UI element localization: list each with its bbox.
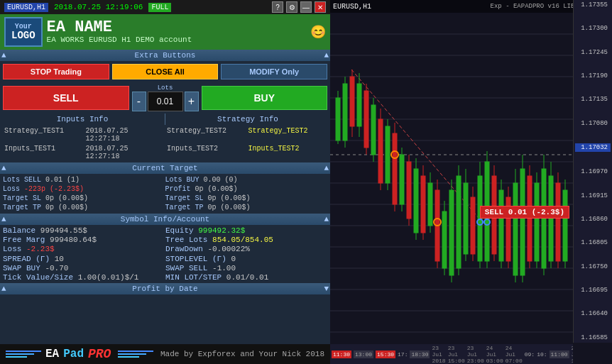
header-controls: ? ⚙ — ✕	[272, 1, 326, 13]
equity-label: Equity	[165, 226, 194, 235]
profit-label: Profit	[165, 185, 191, 193]
info-grid: Strategy_TEST1 2018.07.25 12:27:18 Strat…	[0, 125, 330, 162]
equity-row: Equity 999492.32$	[165, 226, 327, 235]
free-marg-value: 999480.64$	[50, 236, 97, 244]
modify-only-button[interactable]: MODIFY Only	[221, 64, 327, 79]
price-11: 1.16750	[575, 263, 611, 270]
price-12: 1.16695	[575, 287, 611, 294]
info-cell-2: 2018.07.25 12:27:18	[84, 126, 165, 143]
target-row-sl: Target SL 0p (0.00$) Target SL 0p (0.00$…	[3, 194, 327, 203]
price-current: 1.17032	[575, 143, 611, 152]
info-cell-1: Strategy_TEST1	[3, 126, 84, 143]
close-button[interactable]: ✕	[315, 1, 326, 13]
lots-plus-button[interactable]: +	[185, 92, 199, 111]
time-10: 10:	[537, 351, 547, 358]
time-09: 09:	[525, 351, 535, 358]
price-axis: 1.17355 1.17300 1.17245 1.17190 1.17135 …	[573, 0, 612, 343]
lots-input[interactable]: 0.01	[148, 92, 183, 111]
time-24jul07: 24 Jul 07:00	[506, 345, 523, 364]
spread-grid: SPREAD (Г) 10 STOPLEVEL (Г) 0 SWAP BUY -…	[3, 255, 327, 282]
trade-row: SELL Lots - 0.01 + BUY	[0, 82, 330, 114]
price-6: 1.17080	[575, 120, 611, 127]
gear-button[interactable]: ⚙	[286, 1, 297, 13]
sl-buy-value: 0p (0.00$)	[208, 194, 251, 202]
tree-lots-value: 854.05/854.05	[212, 236, 273, 244]
header-top-bar: EURUSD,H1 2018.07.25 12:19:06 FULL ? ⚙ —…	[0, 0, 330, 14]
tree-lots-label: Tree Lots	[165, 236, 207, 244]
price-7: 1.16970	[575, 168, 611, 175]
stoplevel-row: STOPLEVEL (Г) 0	[165, 255, 327, 263]
date-23jul: 23 Jul 2018	[432, 345, 445, 364]
min-lot-value: 0.01/0.01	[226, 273, 268, 282]
loss-cell: Loss -223p (-2.23$)	[3, 185, 165, 193]
lots-minus-button[interactable]: -	[132, 92, 146, 111]
swap-buy-label: SWAP BUY	[3, 264, 40, 272]
time-axis: 11:30 13:00 15:30 17: 18:30 23 Jul 2018 …	[330, 344, 573, 364]
strategy-info-header: Strategy Info	[165, 114, 330, 125]
price-10: 1.16805	[575, 239, 611, 246]
ea-subtext: EA WORKS EURUSD H1 DEMO account	[47, 35, 306, 44]
ct-arrow-right: ▲	[324, 164, 329, 172]
lots-buy-value: 0.00 (0)	[204, 176, 238, 184]
time-17: 17:	[398, 351, 408, 358]
balance-label: Balance	[3, 226, 35, 235]
inputs-info-header: Inputs Info	[0, 114, 165, 125]
spread-value: 10	[55, 255, 64, 263]
symbol-info-section: Balance 999494.55$ Equity 999492.32$ Fre…	[0, 225, 330, 283]
tp-sell-value: 0p (0.00$)	[45, 204, 88, 211]
smiley-icon: 😊	[310, 24, 326, 40]
tree-lots-row: Tree Lots 854.05/854.05	[165, 236, 327, 244]
time-23jul23: 23 Jul 23:00	[467, 345, 484, 364]
time-1100: 11:00	[550, 351, 569, 358]
lots-sell-cell: Lots SELL 0.01 (1)	[3, 176, 165, 184]
price-13: 1.16640	[575, 310, 611, 317]
brand-pro: PRO	[88, 347, 111, 361]
current-target-section: Lots SELL 0.01 (1) Lots BUY 0.00 (0) Los…	[0, 174, 330, 214]
sell-label: SELL 0.01 (-2.3$)	[480, 206, 569, 219]
equity-value: 999492.32$	[198, 226, 245, 235]
sl-sell-value: 0p (0.00$)	[45, 194, 88, 202]
time-1830: 18:30	[410, 351, 430, 358]
info-cell-8: Inputs_TEST2	[247, 144, 328, 161]
spread-label: SPREAD (Г)	[3, 255, 50, 263]
question-button[interactable]: ?	[272, 1, 283, 13]
time-24jul11: 24 Jul 11:00	[572, 345, 573, 364]
target-row-loss: Loss -223p (-2.23$) Profit 0p (0.00$)	[3, 184, 327, 194]
sl-buy-cell: Target SL 0p (0.00$)	[165, 194, 328, 202]
info-cell-4: Strategy_TEST2	[247, 126, 328, 143]
profit-label: Profit by Date	[132, 285, 197, 293]
price-4: 1.17190	[575, 72, 611, 79]
loss-value: -223p (-2.23$)	[24, 185, 84, 193]
current-target-header: ▲ Current Target ▲	[0, 162, 330, 174]
symbol-info-header: ▲ Symbol Info/Account ▲	[0, 214, 330, 225]
minimize-button[interactable]: —	[300, 1, 312, 13]
sell-button[interactable]: SELL	[3, 86, 129, 110]
section-arrow-right: ▲	[324, 51, 329, 60]
lots-sell-value: 0.01 (1)	[45, 176, 80, 184]
balance-value: 999494.55$	[40, 226, 87, 235]
symbol-grid: Balance 999494.55$ Equity 999492.32$ Fre…	[3, 226, 327, 253]
left-panel: EURUSD,H1 2018.07.25 12:19:06 FULL ? ⚙ —…	[0, 0, 330, 364]
lots-buy-cell: Lots BUY 0.00 (0)	[165, 176, 328, 184]
min-lot-label: MIN LOT/STEP	[165, 273, 222, 282]
loss-label: Loss	[3, 185, 20, 193]
footer-line-2	[6, 353, 34, 355]
time-1130: 11:30	[332, 351, 351, 358]
status-badge: FULL	[148, 3, 171, 12]
footer-deco-line-2	[118, 353, 146, 355]
free-marg-label: Free Marg	[3, 236, 45, 244]
ea-footer: EA Pad PRO Made by Expforex and Your Nic…	[0, 344, 330, 364]
price-5: 1.17135	[575, 96, 611, 103]
profit-header: ▲ Profit by Date ▼	[0, 283, 330, 294]
tick-value: 1.00(0.01)$/1	[78, 273, 139, 282]
lots-sell-label: Lots SELL	[3, 176, 41, 184]
stop-trading-button[interactable]: STOP Trading	[3, 64, 109, 79]
footer-made-by: Made by Expforex and Your Nick 2018	[160, 350, 324, 358]
buy-button[interactable]: BUY	[202, 86, 328, 110]
close-all-button[interactable]: CLOSE All	[112, 64, 219, 79]
price-1: 1.17355	[575, 1, 611, 9]
header-time: 2018.07.25 12:19:06	[54, 3, 143, 11]
profit-cell: Profit 0p (0.00$)	[165, 185, 328, 193]
info-cell-6: 2018.07.25 12:27:18	[84, 144, 165, 161]
chart-svg	[330, 13, 573, 344]
